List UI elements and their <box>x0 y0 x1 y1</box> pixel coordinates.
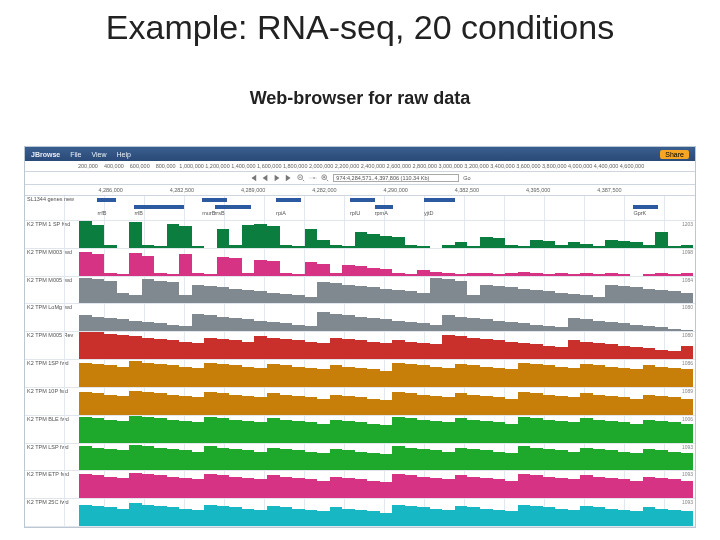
gene-label: rpiA <box>276 210 286 216</box>
gene-track[interactable]: SL1344 genes new rrfBrrlBmurBrrsBrpiArpl… <box>25 196 695 221</box>
gene-label: rplU <box>350 210 360 216</box>
nav-prev-icon[interactable] <box>261 174 269 182</box>
nav-toolbar: 974:4,284,571..4,397,806 (110.34 Kb) Go <box>25 172 695 185</box>
track-plot: 1089 <box>79 388 695 415</box>
jbrowse-window: JBrowse File View Help Share 200,000400,… <box>24 146 696 528</box>
y-max-label: 1089 <box>682 388 693 394</box>
y-max-label: 1093 <box>682 444 693 450</box>
gene-label: GprK <box>633 210 646 216</box>
gene-feature[interactable] <box>424 198 455 202</box>
track-plot: 1093 <box>79 499 695 526</box>
gene-feature[interactable] <box>375 205 393 209</box>
gene-feature[interactable] <box>215 205 252 209</box>
gene-label: murB <box>202 210 215 216</box>
track-label: K2 TPM BLE fwd <box>25 416 79 443</box>
y-max-label: 1080 <box>682 304 693 310</box>
track-plot: 1098 <box>79 249 695 276</box>
track-label: K2 TPM 25C fwd <box>25 499 79 526</box>
coverage-track[interactable]: K2 TPM M005 Rev1080 <box>25 332 695 360</box>
zoom-in-icon[interactable] <box>321 174 329 182</box>
region-ruler[interactable]: 4,286,0004,282,5004,289,0004,282,0004,29… <box>25 185 695 196</box>
y-max-label: 1203 <box>682 221 693 227</box>
nav-first-icon[interactable] <box>249 174 257 182</box>
gene-feature[interactable] <box>633 205 658 209</box>
menu-view[interactable]: View <box>91 151 106 158</box>
coverage-track[interactable]: K2 TPM 10P fwd1089 <box>25 388 695 416</box>
gene-feature[interactable] <box>134 205 183 209</box>
share-button[interactable]: Share <box>660 150 689 159</box>
y-max-label: 1006 <box>682 416 693 422</box>
overview-ruler[interactable]: 200,000400,000600,000800,0001,000,0001,2… <box>25 161 695 172</box>
zoom-slider-icon[interactable] <box>309 174 317 182</box>
slide-title: Example: RNA-seq, 20 conditions <box>0 8 720 47</box>
menu-help[interactable]: Help <box>117 151 131 158</box>
coverage-track[interactable]: K2 TPM M005 fwd1084 <box>25 277 695 305</box>
go-button[interactable]: Go <box>463 175 470 181</box>
track-plot: 1080 <box>79 304 695 331</box>
nav-last-icon[interactable] <box>285 174 293 182</box>
svg-rect-1 <box>309 178 317 179</box>
gene-feature[interactable] <box>276 198 301 202</box>
coverage-track[interactable]: K2 TPM ETP fwd1093 <box>25 471 695 499</box>
gene-label: yjtD <box>424 210 433 216</box>
gene-track-label: SL1344 genes new <box>25 196 79 204</box>
y-max-label: 1098 <box>682 249 693 255</box>
track-label: K2 TPM ETP fwd <box>25 471 79 498</box>
menubar: JBrowse File View Help Share <box>25 147 695 161</box>
track-label: K2 TPM 1 SP fwd <box>25 221 79 248</box>
coverage-track[interactable]: K2 TPM 25C fwd1093 <box>25 499 695 527</box>
menu-file[interactable]: File <box>70 151 81 158</box>
gene-label: rrfB <box>97 210 106 216</box>
track-label: K2 TPM LoMg fwd <box>25 304 79 331</box>
y-max-label: 1093 <box>682 499 693 505</box>
gene-feature[interactable] <box>350 198 375 202</box>
slide-subtitle: Web-browser for raw data <box>0 88 720 109</box>
track-plot: 1086 <box>79 360 695 387</box>
zoom-out-icon[interactable] <box>297 174 305 182</box>
coverage-track[interactable]: K2 TPM 1SP fwd1086 <box>25 360 695 388</box>
track-plot: 1093 <box>79 444 695 471</box>
track-plot: 1203 <box>79 221 695 248</box>
app-name: JBrowse <box>31 151 60 158</box>
track-label: K2 TPM M005 fwd <box>25 277 79 304</box>
coverage-track[interactable]: K2 TPM LoMg fwd1080 <box>25 304 695 332</box>
gene-feature[interactable] <box>97 198 115 202</box>
track-label: K2 TPM M005 Rev <box>25 332 79 359</box>
svg-rect-2 <box>314 177 315 179</box>
track-plot: 1006 <box>79 416 695 443</box>
coverage-track[interactable]: K2 TPM M003 fwd1098 <box>25 249 695 277</box>
gene-feature[interactable] <box>202 198 227 202</box>
track-label: K2 TPM 10P fwd <box>25 388 79 415</box>
track-plot: 1084 <box>79 277 695 304</box>
gene-label: rrsB <box>215 210 225 216</box>
gene-label: rrlB <box>134 210 143 216</box>
track-plot: 1080 <box>79 332 695 359</box>
track-label: K2 TPM LSP fwd <box>25 444 79 471</box>
track-label: K2 TPM 1SP fwd <box>25 360 79 387</box>
gene-label: rpmA <box>375 210 388 216</box>
track-plot: 1093 <box>79 471 695 498</box>
coverage-track[interactable]: K2 TPM BLE fwd1006 <box>25 416 695 444</box>
nav-next-icon[interactable] <box>273 174 281 182</box>
coverage-track[interactable]: K2 TPM 1 SP fwd1203 <box>25 221 695 249</box>
y-max-label: 1080 <box>682 332 693 338</box>
y-max-label: 1093 <box>682 471 693 477</box>
tracks-panel: SL1344 genes new rrfBrrlBmurBrrsBrpiArpl… <box>25 196 695 527</box>
track-label: K2 TPM M003 fwd <box>25 249 79 276</box>
coverage-track[interactable]: K2 TPM LSP fwd1093 <box>25 444 695 472</box>
y-max-label: 1086 <box>682 360 693 366</box>
y-max-label: 1084 <box>682 277 693 283</box>
location-input[interactable]: 974:4,284,571..4,397,806 (110.34 Kb) <box>333 174 459 182</box>
